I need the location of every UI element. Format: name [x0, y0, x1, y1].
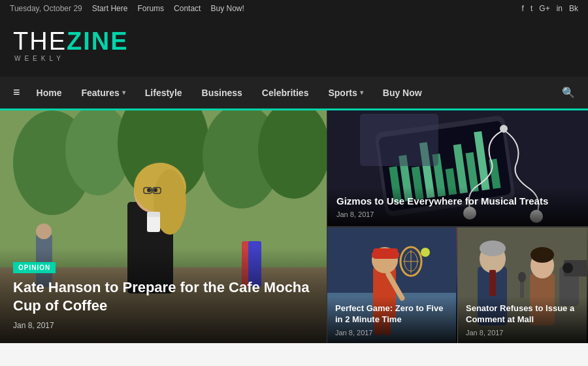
forums-link[interactable]: Forums — [137, 4, 164, 13]
features-chevron-icon: ▾ — [122, 89, 125, 96]
svg-rect-57 — [489, 270, 496, 296]
svg-point-19 — [36, 224, 52, 239]
tennis-overlay: Perfect Game: Zero to Five in 2 Minute T… — [327, 297, 457, 343]
svg-point-56 — [480, 241, 506, 256]
content-grid: OPINION Kate Hanson to Prepare for the C… — [0, 110, 588, 343]
facebook-icon[interactable]: f — [522, 4, 524, 13]
nav-buy-now[interactable]: Buy Now — [373, 78, 432, 107]
bottom-row: Perfect Game: Zero to Five in 2 Minute T… — [327, 227, 588, 343]
svg-rect-17 — [147, 212, 160, 217]
nav-features[interactable]: Features ▾ — [71, 78, 135, 107]
header: THEZINE WEEKLY — [0, 17, 588, 76]
tennis-title: Perfect Game: Zero to Five in 2 Minute T… — [335, 303, 449, 325]
contact-link[interactable]: Contact — [174, 4, 201, 13]
senator-date: Jan 8, 2017 — [466, 329, 580, 337]
logo-zine: ZINE — [67, 27, 129, 55]
senator-overlay: Senator Refuses to Issue a Comment at Ma… — [458, 297, 588, 343]
sports-chevron-icon: ▾ — [360, 89, 363, 96]
nav-lifestyle[interactable]: Lifestyle — [135, 78, 192, 107]
nav-sports[interactable]: Sports ▾ — [318, 78, 372, 107]
buy-now-link[interactable]: Buy Now! — [210, 4, 244, 13]
main-content: OPINION Kate Hanson to Prepare for the C… — [0, 110, 588, 343]
svg-rect-46 — [372, 252, 399, 258]
featured-overlay: OPINION Kate Hanson to Prepare for the C… — [0, 248, 327, 343]
logo[interactable]: THEZINE — [13, 29, 575, 54]
featured-article[interactable]: OPINION Kate Hanson to Prepare for the C… — [0, 110, 327, 343]
svg-point-12 — [154, 188, 157, 192]
tennis-article[interactable]: Perfect Game: Zero to Five in 2 Minute T… — [327, 227, 457, 343]
senator-article[interactable]: Senator Refuses to Issue a Comment at Ma… — [457, 227, 588, 343]
senator-title: Senator Refuses to Issue a Comment at Ma… — [466, 303, 580, 325]
gizmos-article[interactable]: Gizmos to Use Everywhere for Musical Tre… — [327, 110, 588, 227]
nav-business[interactable]: Business — [192, 78, 252, 107]
search-icon[interactable]: 🔍 — [559, 77, 578, 108]
tennis-date: Jan 8, 2017 — [335, 329, 449, 337]
gizmos-date: Jan 8, 2017 — [336, 210, 579, 218]
top-bar-left: Tuesday, October 29 Start Here Forums Co… — [10, 4, 244, 13]
featured-date: Jan 8, 2017 — [13, 321, 314, 330]
svg-point-52 — [421, 248, 430, 257]
nav-links: Home Features ▾ Lifestyle Business Celeb… — [27, 78, 559, 107]
logo-the: THE — [13, 27, 67, 55]
twitter-icon[interactable]: t — [531, 4, 532, 13]
opinion-badge: OPINION — [13, 262, 56, 273]
start-here-link[interactable]: Start Here — [92, 4, 128, 13]
svg-point-62 — [518, 272, 526, 282]
top-bar-date: Tuesday, October 29 — [10, 4, 82, 13]
gizmos-overlay: Gizmos to Use Everywhere for Musical Tre… — [327, 187, 588, 227]
svg-point-60 — [531, 247, 554, 263]
right-column: Gizmos to Use Everywhere for Musical Tre… — [327, 110, 588, 343]
svg-point-65 — [563, 263, 573, 273]
nav-celebrities[interactable]: Celebrities — [252, 78, 319, 107]
linkedin-icon[interactable]: in — [557, 4, 563, 13]
social-links: f t G+ in Bk — [522, 4, 578, 13]
main-nav: ≡ Home Features ▾ Lifestyle Business Cel… — [0, 76, 588, 110]
logo-subtitle: WEEKLY — [14, 55, 575, 62]
svg-point-11 — [147, 188, 151, 192]
gizmos-title: Gizmos to Use Everywhere for Musical Tre… — [336, 195, 579, 208]
hamburger-icon[interactable]: ≡ — [10, 76, 27, 108]
top-bar: Tuesday, October 29 Start Here Forums Co… — [0, 0, 588, 17]
svg-point-37 — [500, 125, 508, 133]
featured-title: Kate Hanson to Prepare for the Cafe Moch… — [13, 278, 314, 316]
svg-rect-38 — [360, 114, 438, 166]
googleplus-icon[interactable]: G+ — [539, 4, 549, 13]
vk-icon[interactable]: Bk — [569, 4, 578, 13]
nav-home[interactable]: Home — [27, 78, 72, 107]
